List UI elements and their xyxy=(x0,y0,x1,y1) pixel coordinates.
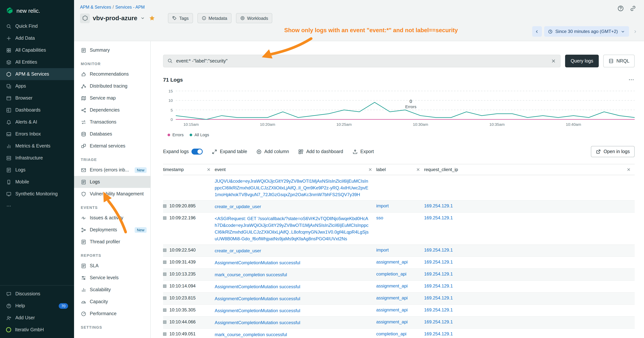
event-link[interactable]: <ASGIRequest: GET '/sso/callback/?state=… xyxy=(215,216,368,241)
label-link[interactable]: import xyxy=(376,247,389,253)
label-link[interactable]: import xyxy=(376,203,389,208)
add-column-button[interactable]: Add column xyxy=(256,149,289,154)
label-link[interactable]: assignment_api xyxy=(376,259,408,265)
table-row[interactable]: JUQVU&code=eyJraWQiOiJjcGltY29yZV8wOTl1M… xyxy=(163,175,635,201)
entity-dropdown-chevron-icon[interactable] xyxy=(140,16,145,21)
label-link[interactable]: assignment_api xyxy=(376,283,408,289)
expand-logs-toggle[interactable] xyxy=(192,149,203,155)
request-client-ip-link[interactable]: 169.254.129.1 xyxy=(424,331,453,336)
sidebar-item-apm-services[interactable]: APM & Services xyxy=(0,68,74,80)
permalink-icon[interactable] xyxy=(630,5,636,12)
sidebar-item-add-user[interactable]: Add User xyxy=(0,312,74,324)
legend-item-errors[interactable]: Errors xyxy=(168,133,184,137)
row-expand-square[interactable] xyxy=(163,320,166,324)
subnav-item-errors-errors-inb[interactable]: Errors (errors inb...New xyxy=(74,164,150,176)
label-link[interactable]: completion_api xyxy=(376,271,406,277)
sidebar-item-help[interactable]: Help70 xyxy=(0,300,74,312)
row-expand-square[interactable] xyxy=(163,204,166,208)
table-row[interactable]: 10:10:23.815AssignmentCompletionMutation… xyxy=(163,293,635,305)
favorite-star-icon[interactable] xyxy=(149,15,155,21)
subnav-item-vulnerability-management[interactable]: Vulnerability Management xyxy=(74,188,150,200)
row-expand-square[interactable] xyxy=(163,284,166,288)
row-expand-square[interactable] xyxy=(163,308,166,312)
subnav-item-recommendations[interactable]: Recommendations xyxy=(74,68,150,80)
sidebar-item-alerts-ai[interactable]: Alerts & AI xyxy=(0,116,74,128)
time-forward-button[interactable] xyxy=(631,26,639,37)
event-link[interactable]: AssignmentCompletionMutation successful xyxy=(215,308,300,313)
subnav-item-capacity[interactable]: Capacity xyxy=(74,296,150,308)
subnav-item-deployments[interactable]: DeploymentsNew xyxy=(74,224,150,236)
sidebar-item-apps[interactable]: Apps xyxy=(0,80,74,92)
sidebar-item-browser[interactable]: Browser xyxy=(0,92,74,104)
subnav-item-dependencies[interactable]: Dependencies xyxy=(74,104,150,116)
remove-column-icon[interactable] xyxy=(206,167,211,172)
expand-logs-control[interactable]: Expand logs xyxy=(163,149,203,155)
sidebar-item-logs[interactable]: Logs xyxy=(0,164,74,176)
event-link[interactable]: create_or_update_user xyxy=(215,248,261,253)
subnav-item-transactions[interactable]: Transactions xyxy=(74,116,150,128)
subnav-item-logs[interactable]: Logs xyxy=(74,176,150,188)
table-row[interactable]: 10:10:44.066AssignmentCompletionMutation… xyxy=(163,317,635,329)
sidebar-item-synthetic-monitoring[interactable]: Synthetic Monitoring xyxy=(0,188,74,200)
open-in-logs-button[interactable]: Open in logs xyxy=(591,146,635,157)
event-link[interactable]: mark_course_completion successful xyxy=(215,272,287,277)
subnav-item-sla[interactable]: SLA xyxy=(74,260,150,272)
request-client-ip-link[interactable]: 169.254.129.1 xyxy=(424,247,453,253)
label-link[interactable]: assignment_api xyxy=(376,295,408,300)
sidebar-item-mobile[interactable]: Mobile xyxy=(0,176,74,188)
request-client-ip-link[interactable]: 169.254.129.1 xyxy=(424,215,453,220)
event-link[interactable]: JUQVU&code=eyJraWQiOiJjcGltY29yZV8wOTl1M… xyxy=(215,179,368,197)
time-picker[interactable]: Since 30 minutes ago (GMT+2) xyxy=(544,26,629,37)
table-row[interactable]: 10:10:35.305AssignmentCompletionMutation… xyxy=(163,305,635,317)
workloads-button[interactable]: Workloads xyxy=(236,13,272,23)
sidebar-item-infrastructure[interactable]: Infrastructure xyxy=(0,152,74,164)
remove-column-icon[interactable] xyxy=(416,167,420,172)
subnav-item-distributed-tracing[interactable]: Distributed tracing xyxy=(74,80,150,92)
subnav-item-performance[interactable]: Performance xyxy=(74,308,150,320)
table-row[interactable]: 10:10:13.235mark_course_completion succe… xyxy=(163,269,635,281)
sidebar-item-discussions[interactable]: Discussions xyxy=(0,288,74,300)
sidebar-item-add-data[interactable]: Add Data xyxy=(0,32,74,44)
request-client-ip-link[interactable]: 169.254.129.1 xyxy=(424,283,453,289)
event-link[interactable]: AssignmentCompletionMutation successful xyxy=(215,320,300,325)
table-row[interactable]: 10:10:49.051mark_course_completion succe… xyxy=(163,329,635,338)
sidebar-item-all-capabilities[interactable]: All Capabilities xyxy=(0,44,74,56)
sidebar-item-quick-find[interactable]: Quick Find xyxy=(0,20,74,32)
add-to-dashboard-button[interactable]: Add to dashboard xyxy=(298,149,343,154)
legend-item-all-logs[interactable]: All Logs xyxy=(190,133,209,137)
subnav-item-scalability[interactable]: Scalability xyxy=(74,284,150,296)
row-expand-square[interactable] xyxy=(163,296,166,300)
remove-column-icon[interactable] xyxy=(626,167,631,172)
breadcrumb-apm-services[interactable]: APM & Services xyxy=(80,5,111,9)
clear-query-icon[interactable] xyxy=(551,58,556,64)
sidebar-item-metrics-events[interactable]: Metrics & Events xyxy=(0,140,74,152)
table-row[interactable]: 10:09:22.196<ASGIRequest: GET '/sso/call… xyxy=(163,213,635,245)
subnav-item-issues-activity[interactable]: Issues & activity xyxy=(74,212,150,224)
row-expand-square[interactable] xyxy=(163,248,166,252)
event-link[interactable]: create_or_update_user xyxy=(215,204,261,209)
table-row[interactable]: 10:09:22.540create_or_update_userimport1… xyxy=(163,245,635,257)
breadcrumb-services-apm[interactable]: Services - APM xyxy=(115,5,145,9)
label-link[interactable]: assignment_api xyxy=(376,319,408,324)
remove-column-icon[interactable] xyxy=(368,167,372,172)
table-row[interactable]: 10:10:14.094AssignmentCompletionMutation… xyxy=(163,281,635,293)
sidebar-item-errors-inbox[interactable]: Errors Inbox xyxy=(0,128,74,140)
help-circle-icon[interactable] xyxy=(617,5,624,12)
event-link[interactable]: mark_course_completion successful xyxy=(215,332,287,337)
row-expand-square[interactable] xyxy=(163,216,166,220)
sidebar-item-iterativ-gmbh[interactable]: Iterativ GmbH xyxy=(0,324,74,336)
label-link[interactable]: sso xyxy=(376,215,383,220)
sidebar-item-dashboards[interactable]: Dashboards xyxy=(0,104,74,116)
subnav-item-service-map[interactable]: Service map xyxy=(74,92,150,104)
row-expand-square[interactable] xyxy=(163,260,166,264)
request-client-ip-link[interactable]: 169.254.129.1 xyxy=(424,307,453,312)
metadata-button[interactable]: Metadata xyxy=(197,13,231,23)
row-expand-square[interactable] xyxy=(163,332,166,336)
subnav-item-service-levels[interactable]: Service levels xyxy=(74,272,150,284)
subnav-item-thread-profiler[interactable]: Thread profiler xyxy=(74,236,150,248)
table-row[interactable]: 10:09:31.439AssignmentCompletionMutation… xyxy=(163,257,635,269)
request-client-ip-link[interactable]: 169.254.129.1 xyxy=(424,259,453,265)
nrql-button[interactable]: NRQL xyxy=(604,55,635,67)
export-button[interactable]: Export xyxy=(352,149,374,154)
event-link[interactable]: AssignmentCompletionMutation successful xyxy=(215,260,300,265)
